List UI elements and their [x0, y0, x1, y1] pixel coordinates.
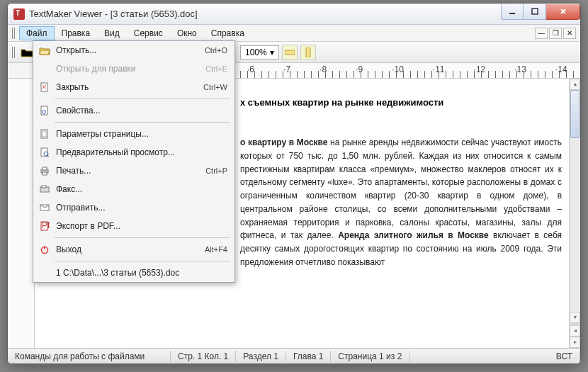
menu-help[interactable]: Справка: [204, 26, 251, 40]
menu-window[interactable]: Окно: [170, 26, 204, 40]
properties-icon: [38, 104, 52, 117]
svg-rect-13: [43, 172, 47, 175]
folder-open-icon: [38, 44, 52, 57]
status-insert-mode[interactable]: ВСТ: [549, 351, 580, 362]
scroll-track[interactable]: [570, 90, 580, 312]
menubar-grip: [12, 28, 16, 39]
scroll-down-button[interactable]: ▾: [570, 312, 580, 323]
statusbar: Команды для работы с файлами Стр. 1 Кол.…: [8, 348, 580, 363]
menu-item-fax[interactable]: Факс...: [33, 180, 234, 198]
file-menu-dropdown: Открыть... Ctrl+O Открыть для правки Ctr…: [33, 40, 235, 283]
menu-item-page-setup[interactable]: Параметры страницы...: [33, 125, 234, 143]
next-page-button[interactable]: ▸: [570, 337, 580, 348]
svg-rect-15: [42, 186, 46, 188]
power-icon: [38, 243, 52, 256]
svg-rect-12: [43, 167, 47, 170]
mdi-minimize-button[interactable]: —: [535, 28, 548, 39]
window-title: TextMaker Viewer - [3 статьи (5653).doc]: [29, 9, 501, 19]
mdi-controls: — ❐ ✕: [535, 28, 576, 39]
preview-icon: [38, 146, 52, 159]
titlebar: TextMaker Viewer - [3 статьи (5653).doc]: [8, 4, 580, 25]
window-controls: [501, 4, 580, 20]
menu-item-export-pdf[interactable]: PDF Экспорт в PDF...: [33, 217, 234, 235]
menu-service[interactable]: Сервис: [127, 26, 170, 40]
chevron-down-icon: ▾: [270, 47, 274, 57]
printer-icon: [38, 164, 52, 177]
doc-bold: Аренда элитного жилья в Москве: [338, 230, 489, 240]
doc-bold: о квартиру в Москве: [240, 137, 328, 147]
menu-item-open-edit: Открыть для правки Ctrl+E: [33, 60, 234, 78]
doc-body: о квартиру в Москве на рынке аренды недв…: [240, 136, 562, 269]
svg-rect-3: [306, 47, 310, 57]
app-icon: [13, 9, 25, 20]
vertical-ruler[interactable]: [8, 79, 35, 348]
ruler-h-button[interactable]: [282, 45, 298, 60]
fax-icon: [38, 183, 52, 196]
pdf-icon: PDF: [38, 220, 52, 232]
zoom-combo[interactable]: 100% ▾: [240, 45, 279, 60]
ruler-v-button[interactable]: [300, 45, 316, 60]
menu-edit[interactable]: Правка: [55, 26, 98, 40]
svg-text:PDF: PDF: [42, 221, 50, 230]
menu-item-close[interactable]: Закрыть Ctrl+W: [33, 78, 234, 96]
minimize-button[interactable]: [501, 4, 524, 20]
page-setup-icon: [38, 128, 52, 140]
status-section: Раздел 1: [236, 351, 286, 362]
maximize-button[interactable]: [524, 4, 546, 20]
menubar: Файл Правка Вид Сервис Окно Справка — ❐ …: [8, 25, 580, 42]
close-button[interactable]: [546, 4, 580, 20]
envelope-icon: [38, 201, 52, 214]
menu-item-exit[interactable]: Выход Alt+F4: [33, 240, 234, 259]
toolbar-grip: [12, 47, 16, 58]
menu-item-recent-1[interactable]: 1 C:\Data\...\3 статьи (5653).doc: [33, 264, 234, 282]
status-position: Стр. 1 Кол. 1: [171, 351, 236, 362]
menu-item-preview[interactable]: Предварительный просмотр...: [33, 143, 234, 162]
prev-page-button[interactable]: ◂: [570, 325, 580, 337]
menu-item-print[interactable]: Печать... Ctrl+P: [33, 162, 234, 180]
svg-rect-2: [285, 50, 295, 55]
status-hint: Команды для работы с файлами: [8, 351, 171, 362]
close-doc-icon: [38, 81, 52, 94]
mdi-close-button[interactable]: ✕: [563, 28, 576, 39]
zoom-value: 100%: [245, 47, 267, 57]
vertical-scrollbar[interactable]: ▴ ▾ ◂ ▸: [569, 79, 580, 348]
mdi-restore-button[interactable]: ❐: [549, 28, 562, 39]
doc-heading: х съемных квартир на рынке недвижимости: [240, 97, 562, 108]
svg-rect-0: [509, 13, 515, 14]
menu-item-open[interactable]: Открыть... Ctrl+O: [33, 41, 234, 60]
menu-item-properties[interactable]: Свойства...: [33, 101, 234, 120]
status-pages: Страница 1 из 2: [331, 351, 409, 362]
scroll-thumb[interactable]: [570, 90, 579, 138]
menu-view[interactable]: Вид: [97, 26, 127, 40]
status-chapter: Глава 1: [286, 351, 331, 362]
svg-rect-1: [532, 9, 538, 14]
menu-item-send[interactable]: Отправить...: [33, 198, 234, 217]
menu-file[interactable]: Файл: [19, 26, 55, 40]
